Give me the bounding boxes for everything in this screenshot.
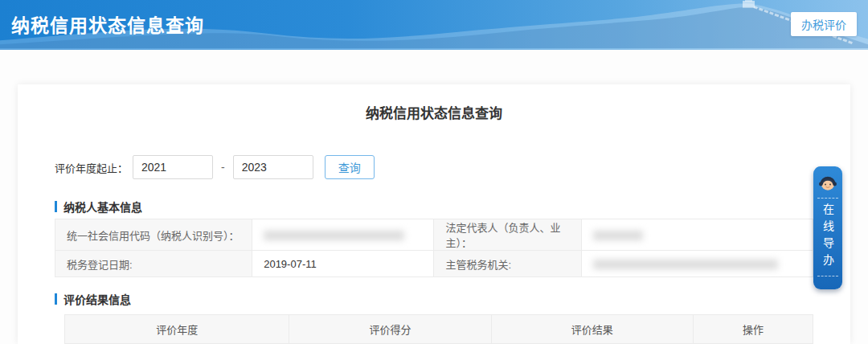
year-from-input[interactable] — [133, 155, 213, 179]
legal-rep-label: 法定代表人（负责人、业主）： — [434, 219, 582, 251]
results-section-title: 评价结果信息 — [63, 291, 131, 307]
table-row: 税务登记日期: 2019-07-11 主管税务机关: — [55, 251, 813, 277]
redacted-value — [593, 260, 778, 269]
tax-evaluation-button[interactable]: 办税评价 — [791, 12, 857, 36]
legal-rep-value — [582, 219, 813, 251]
registration-date-value: 2019-07-11 — [252, 251, 434, 277]
top-banner: 纳税信用状态信息查询 办税评价 — [0, 0, 868, 50]
online-guide-button[interactable]: 在线导办 — [813, 166, 842, 289]
dashed-divider — [817, 198, 838, 199]
banner-title: 纳税信用状态信息查询 — [11, 10, 204, 38]
col-eval-score: 评价得分 — [289, 315, 491, 344]
section-accent-bar — [55, 293, 57, 305]
online-guide-label: 在线导办 — [820, 203, 836, 271]
year-range-label: 评价年度起止： — [55, 160, 128, 175]
redacted-value — [264, 231, 404, 240]
page-title: 纳税信用状态信息查询 — [55, 84, 813, 122]
registration-date-label: 税务登记日期: — [55, 251, 252, 277]
query-button[interactable]: 查询 — [325, 155, 375, 179]
redacted-value — [593, 231, 643, 240]
table-row: 统一社会信用代码（纳税人识别号）： 法定代表人（负责人、业主）： — [55, 219, 813, 251]
tax-authority-label: 主管税务机关: — [434, 251, 582, 277]
tax-authority-value — [582, 251, 813, 277]
credit-code-value — [252, 219, 434, 251]
query-form: 评价年度起止： - 查询 — [55, 155, 813, 179]
credit-code-label: 统一社会信用代码（纳税人识别号）： — [55, 219, 252, 251]
col-actions: 操作 — [694, 315, 813, 344]
section-accent-bar — [55, 201, 57, 212]
dashed-divider — [817, 276, 838, 276]
customer-service-avatar-icon — [817, 172, 838, 193]
col-eval-year: 评价年度 — [65, 315, 289, 344]
col-eval-result: 评价结果 — [491, 315, 693, 344]
results-section-header: 评价结果信息 — [55, 291, 813, 307]
basic-info-section-title: 纳税人基本信息 — [63, 199, 142, 215]
content-panel: 纳税信用状态信息查询 评价年度起止： - 查询 纳税人基本信息 统一社会信用代码… — [18, 84, 850, 344]
evaluation-results-table: 评价年度 评价得分 评价结果 操作 — [64, 314, 813, 344]
basic-info-table: 统一社会信用代码（纳税人识别号）： 法定代表人（负责人、业主）： 税务登记日期:… — [55, 219, 813, 277]
range-separator: - — [221, 161, 225, 174]
results-header-row: 评价年度 评价得分 评价结果 操作 — [65, 315, 813, 344]
year-to-input[interactable] — [233, 155, 313, 179]
basic-info-section-header: 纳税人基本信息 — [55, 199, 813, 215]
